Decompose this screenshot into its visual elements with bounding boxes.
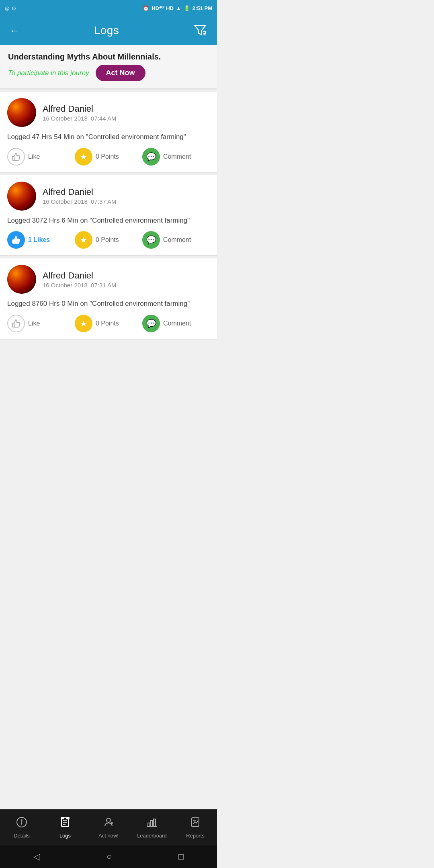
network-label: HD⁴ᴳ [151, 5, 164, 11]
log-user-info-3: Alfred Daniel 16 October 2018 07:31 AM [43, 270, 116, 289]
like-button-1[interactable]: Like [7, 148, 75, 166]
log-username-1: Alfred Daniel [43, 104, 116, 114]
comment-label-1: Comment [163, 153, 191, 160]
alarm-icon: ⏰ [143, 5, 149, 11]
comment-button-3[interactable]: 💬 Comment [142, 315, 210, 332]
log-message-1: Logged 47 Hrs 54 Min on "Controlled envi… [7, 132, 210, 142]
location-icon: ◎ [5, 5, 9, 11]
status-bar: ◎ ⊙ ⏰ HD⁴ᴳ HD ▲ 🔋 2:51 PM [0, 0, 217, 16]
like-label-2: 1 Likes [28, 236, 50, 244]
points-icon-2: ★ [75, 231, 92, 249]
comment-icon-3: 💬 [142, 315, 160, 332]
banner: Understanding Myths About Millennials. T… [0, 45, 217, 88]
status-right-icons: ⏰ HD⁴ᴳ HD ▲ 🔋 2:51 PM [143, 5, 212, 11]
settings-icon: ⊙ [12, 5, 16, 11]
log-datetime-3: 16 October 2018 07:31 AM [43, 282, 116, 289]
points-label-2: 0 Points [96, 236, 119, 244]
app-bar: ← Logs [0, 16, 217, 45]
battery-icon: 🔋 [184, 5, 190, 11]
log-message-3: Logged 8760 Hrs 0 Min on "Controlled env… [7, 299, 210, 309]
log-datetime-2: 16 October 2018 07:37 AM [43, 198, 116, 205]
time-display: 2:51 PM [192, 5, 212, 11]
points-button-1[interactable]: ★ 0 Points [75, 148, 142, 166]
points-label-1: 0 Points [96, 153, 119, 160]
points-button-2[interactable]: ★ 0 Points [75, 231, 142, 249]
log-datetime-1: 16 October 2018 07:44 AM [43, 115, 116, 122]
banner-title: Understanding Myths About Millennials. [8, 52, 209, 61]
avatar-3 [7, 265, 36, 294]
comment-icon-1: 💬 [142, 148, 160, 166]
log-actions-2: 1 Likes ★ 0 Points 💬 Comment [7, 231, 210, 249]
back-button[interactable]: ← [7, 22, 23, 39]
log-card-3: Alfred Daniel 16 October 2018 07:31 AM L… [0, 258, 217, 339]
points-button-3[interactable]: ★ 0 Points [75, 315, 142, 332]
log-header-3: Alfred Daniel 16 October 2018 07:31 AM [7, 265, 210, 294]
act-now-button[interactable]: Act Now [96, 65, 145, 81]
avatar-2 [7, 182, 36, 211]
log-username-3: Alfred Daniel [43, 270, 116, 281]
avatar-1 [7, 98, 36, 127]
like-button-3[interactable]: Like [7, 315, 75, 332]
log-message-2: Logged 3072 Hrs 6 Min on "Controlled env… [7, 215, 210, 226]
log-card-1: Alfred Daniel 16 October 2018 07:44 AM L… [0, 92, 217, 172]
banner-row: To participate in this journy Act Now [8, 65, 209, 81]
status-left-icons: ◎ ⊙ [5, 5, 16, 11]
banner-subtitle: To participate in this journy [8, 69, 89, 77]
like-label-3: Like [28, 320, 40, 327]
points-icon-1: ★ [75, 148, 92, 166]
comment-icon-2: 💬 [142, 231, 160, 249]
points-label-3: 0 Points [96, 320, 119, 327]
page-title: Logs [94, 24, 119, 37]
comment-label-3: Comment [163, 320, 191, 327]
comment-button-1[interactable]: 💬 Comment [142, 148, 210, 166]
like-icon-2 [7, 231, 25, 249]
filter-button[interactable] [190, 20, 210, 41]
like-label-1: Like [28, 153, 40, 160]
log-header-2: Alfred Daniel 16 October 2018 07:37 AM [7, 182, 210, 211]
hd-label: HD [166, 5, 174, 11]
log-header-1: Alfred Daniel 16 October 2018 07:44 AM [7, 98, 210, 127]
like-button-2[interactable]: 1 Likes [7, 231, 75, 249]
comment-label-2: Comment [163, 236, 191, 244]
log-actions-3: Like ★ 0 Points 💬 Comment [7, 315, 210, 332]
filter-icon [193, 23, 207, 37]
log-actions-1: Like ★ 0 Points 💬 Comment [7, 148, 210, 166]
log-user-info-1: Alfred Daniel 16 October 2018 07:44 AM [43, 104, 116, 122]
log-card-2: Alfred Daniel 16 October 2018 07:37 AM L… [0, 175, 217, 256]
log-username-2: Alfred Daniel [43, 187, 116, 197]
log-user-info-2: Alfred Daniel 16 October 2018 07:37 AM [43, 187, 116, 205]
like-icon-3 [7, 315, 25, 332]
points-icon-3: ★ [75, 315, 92, 332]
like-icon-1 [7, 148, 25, 166]
signal-icon: ▲ [176, 5, 181, 11]
comment-button-2[interactable]: 💬 Comment [142, 231, 210, 249]
